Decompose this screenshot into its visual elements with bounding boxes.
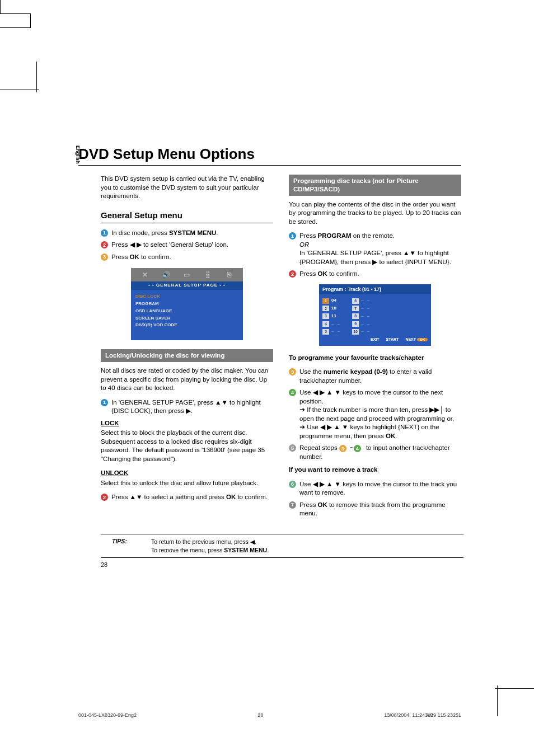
start-label: START — [386, 337, 399, 342]
prog-step-7: 7 Press OK to remove this track from the… — [289, 501, 461, 518]
unlock-block: UNLOCK Select this to unlock the disc an… — [101, 469, 273, 487]
unlock-title: UNLOCK — [101, 469, 273, 478]
txt: on the remote. — [352, 232, 395, 239]
txt: ➜ Use ◀ ▶ ▲ ▼ keys to highlight {NEXT} o… — [299, 424, 439, 439]
prog-step-7-text: Press OK to remove this track from the p… — [299, 501, 461, 518]
txt: Press — [299, 270, 318, 277]
unlock-text: Select this to unlock the disc and allow… — [101, 479, 273, 488]
ok-pill-icon: OK — [417, 338, 428, 341]
prog-grid: 104 210 311 4– – 5– – 6– – 7– – 8– – 9– … — [322, 298, 428, 335]
txt: . — [216, 229, 218, 236]
slot-num: 1 — [322, 298, 329, 304]
txt: To return to the previous menu, press ◀. — [151, 538, 256, 545]
prog-step-2-text: Press OK to confirm. — [299, 270, 461, 279]
step-number-2-icon: 2 — [101, 241, 108, 248]
prog-box-body: 104 210 311 4– – 5– – 6– – 7– – 8– – 9– … — [319, 294, 431, 345]
footer-partno: 3139 115 23251 — [425, 712, 461, 718]
step-1-text: In disc mode, press SYSTEM MENU. — [111, 229, 273, 238]
page-content: DVD Setup Menu Options English This DVD … — [0, 28, 534, 568]
prog-row: 8– – — [352, 313, 371, 320]
osd-tab-bar: ✕ 🔊 ▭ ⣿ ⎘ — [131, 268, 243, 281]
slot-dash: – – — [361, 313, 371, 320]
prog-step-6: 6 Use ◀ ▶ ▲ ▼ keys to move the cursor to… — [289, 480, 461, 497]
language-tab: English — [75, 145, 81, 164]
osd-item: PROGRAM — [135, 300, 238, 308]
step-3: 3 Press OK to confirm. — [101, 253, 273, 262]
slot-num: 5 — [322, 329, 329, 335]
prog-box-title: Program : Track (01 - 17) — [319, 284, 431, 294]
prog-row: 4– – — [322, 321, 341, 327]
print-footer: 001-045-LX8320-69-Eng2 28 13/08/2004, 11… — [78, 712, 461, 718]
prog-step-4: 4 Use ◀ ▶ ▲ ▼ keys to move the cursor to… — [289, 388, 461, 440]
step-number-4-icon: 4 — [289, 389, 296, 396]
step-number-1-icon: 1 — [101, 399, 108, 406]
system-menu-label: SYSTEM MENU — [169, 229, 216, 236]
osd-title: - - GENERAL SETUP PAGE - - — [131, 281, 243, 290]
txt: Press — [299, 232, 318, 239]
slot-dash: – – — [361, 328, 371, 335]
tips-bar: TIPS: To return to the previous menu, pr… — [101, 534, 463, 558]
slot-val: 11 — [331, 313, 340, 320]
step-2: 2 Press ◀ ▶ to select 'General Setup' ic… — [101, 241, 273, 250]
slot-num: 2 — [322, 306, 329, 311]
prog-footer: EXIT START NEXT OK — [322, 337, 428, 342]
step-2-text: Press ◀ ▶ to select 'General Setup' icon… — [111, 241, 273, 250]
section-heading: General Setup menu — [101, 210, 273, 223]
lock-subheading: Locking/Unlocking the disc for viewing — [101, 349, 273, 362]
prog-row: 104 — [322, 298, 341, 304]
tool-icon: ✕ — [139, 271, 151, 279]
prog-step-4-text: Use ◀ ▶ ▲ ▼ keys to move the cursor to t… — [299, 388, 461, 440]
title-rule — [78, 165, 461, 166]
txt: In 'GENERAL SETUP PAGE', press ▲▼ to hig… — [299, 250, 451, 265]
footer-page: 28 — [257, 712, 263, 718]
slot-num: 3 — [322, 313, 329, 319]
speaker-icon: 🔊 — [160, 271, 171, 279]
left-column: This DVD system setup is carried out via… — [101, 175, 273, 522]
slot-num: 6 — [352, 298, 359, 304]
txt: to confirm. — [327, 270, 359, 277]
slot-dash: – – — [361, 298, 371, 304]
txt: ➜ If the track number is more than ten, … — [299, 406, 454, 422]
txt: Press — [299, 501, 318, 508]
slot-num: 10 — [352, 329, 359, 335]
lock-title: LOCK — [101, 419, 273, 428]
txt: In disc mode, press — [111, 229, 169, 236]
page-number: 28 — [101, 561, 461, 568]
txt: Press ▲▼ to select a setting and press — [111, 494, 226, 500]
lock-step-1-text: In 'GENERAL SETUP PAGE', press ▲▼ to hig… — [111, 398, 273, 416]
program-subheading: Programming disc tracks (not for Picture… — [289, 175, 461, 196]
slot-num: 8 — [352, 313, 359, 319]
prog-row: 6– – — [352, 298, 371, 304]
osd-menu-list: DISC LOCK PROGRAM OSD LANGUAGE SCREEN SA… — [131, 290, 243, 340]
prog-step-2: 2 Press OK to confirm. — [289, 270, 461, 279]
slot-dash: – – — [361, 306, 371, 312]
tips-label: TIPS: — [101, 538, 151, 554]
prog-right-col: 6– – 7– – 8– – 9– – 10– – — [352, 298, 371, 335]
lock-intro: Not all discs are rated or coded by the … — [101, 367, 273, 393]
txt: To remove the menu, press — [151, 547, 224, 553]
right-column: Programming disc tracks (not for Picture… — [289, 175, 461, 522]
slot-num: 9 — [352, 321, 359, 327]
inline-4-icon: 4 — [354, 445, 361, 452]
prog-left-col: 104 210 311 4– – 5– – — [322, 298, 341, 335]
program-screenshot: Program : Track (01 - 17) 104 210 311 4–… — [319, 284, 431, 346]
ok-label: OK — [318, 501, 327, 508]
txt: Use ◀ ▶ ▲ ▼ keys to move the cursor to t… — [299, 389, 443, 405]
txt: . — [395, 433, 397, 439]
slot-val: 04 — [331, 298, 340, 304]
txt: Use the — [299, 368, 324, 375]
tips-text: To return to the previous menu, press ◀.… — [151, 538, 269, 554]
exit-icon: ⎘ — [223, 271, 235, 279]
slot-num: 7 — [352, 306, 359, 311]
prog-step-5-text: Repeat steps 3~4 to input another track/… — [299, 444, 461, 461]
ok-label: OK — [130, 253, 139, 260]
txt: Repeat steps — [299, 444, 339, 451]
remove-heading: If you want to remove a track — [289, 466, 461, 475]
prog-step-3: 3 Use the numeric keypad (0-9) to enter … — [289, 368, 461, 385]
prog-step-5: 5 Repeat steps 3~4 to input another trac… — [289, 444, 461, 461]
page-title: DVD Setup Menu Options — [78, 145, 461, 163]
txt: to confirm. — [139, 253, 171, 260]
step-number-5-icon: 5 — [289, 444, 296, 452]
lock-block: LOCK Select this to block the playback o… — [101, 419, 273, 464]
prog-row: 10– – — [352, 328, 371, 335]
